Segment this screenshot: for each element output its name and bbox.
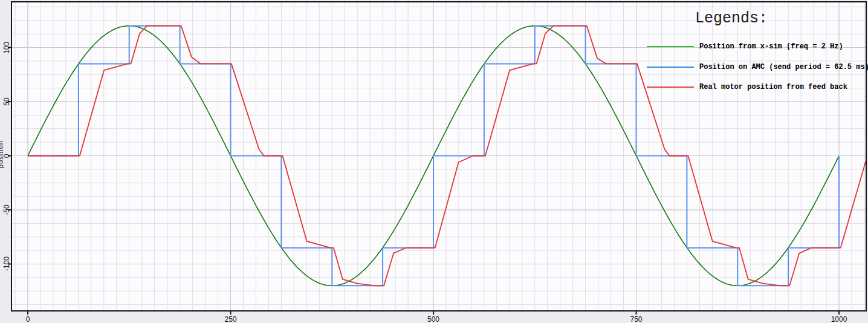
legend-item-label: Position from x-sim (freq = 2 Hz)	[699, 42, 843, 51]
legend-title: Legends:	[695, 10, 768, 27]
legend-swatch-line	[647, 46, 694, 47]
legend-swatch-line	[647, 67, 694, 68]
chart: 02505007501000 100500-50-100 position Le…	[0, 0, 868, 323]
legend-swatch-line	[647, 86, 694, 88]
legend-item: Real motor position from feed back	[647, 82, 847, 93]
legend-item: Position from x-sim (freq = 2 Hz)	[647, 41, 843, 52]
legend-item-label: Position on AMC (send period = 62.5 ms)	[699, 63, 868, 71]
legend-item: Position on AMC (send period = 62.5 ms)	[647, 62, 868, 73]
legend-item-label: Real motor position from feed back	[699, 83, 847, 91]
